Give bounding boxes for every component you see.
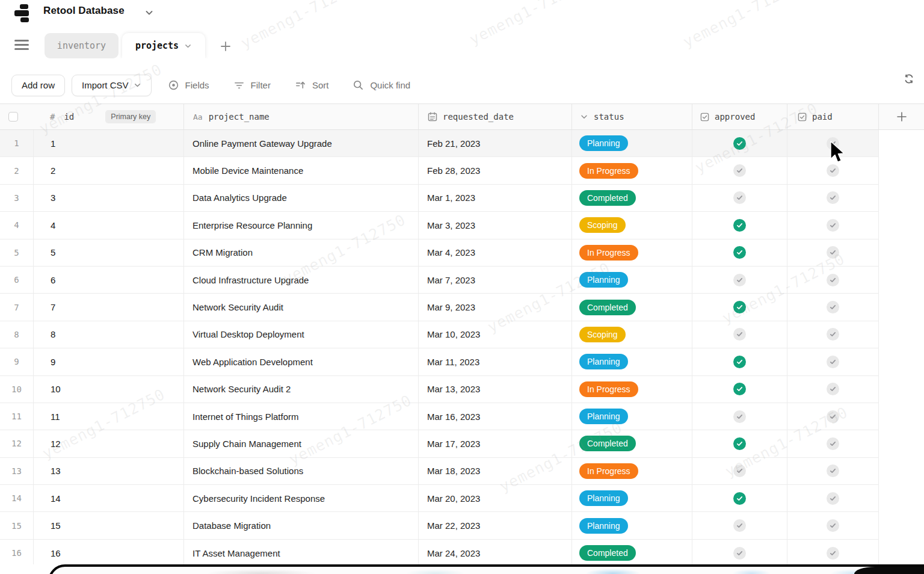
cell-paid[interactable] [787,348,878,375]
cell-approved[interactable] [692,267,787,294]
cell-paid[interactable] [787,512,878,539]
cell-approved[interactable] [692,239,787,267]
cell-status[interactable]: Planning [571,267,692,294]
cell-requested-date[interactable]: Mar 20, 2023 [418,485,571,512]
cell-requested-date[interactable]: Mar 17, 2023 [418,430,571,457]
cell-requested-date[interactable]: Mar 22, 2023 [418,512,571,539]
cell-requested-date[interactable]: Mar 16, 2023 [418,403,571,430]
cell-status[interactable]: Planning [571,130,692,157]
sort-button[interactable]: Sort [295,79,329,91]
paid-check-circle[interactable] [827,246,839,259]
approved-check-circle[interactable] [733,464,746,477]
tab-inventory[interactable]: inventory [45,33,119,58]
cell-paid[interactable] [787,430,878,457]
cell-id[interactable]: 1 [34,130,183,157]
cell-requested-date[interactable]: Mar 11, 2023 [418,348,571,375]
approved-check-circle[interactable] [733,137,746,150]
cell-id[interactable]: 5 [34,239,183,267]
cell-approved[interactable] [692,430,787,457]
cell-project-name[interactable]: Database Migration [183,512,418,539]
cell-approved[interactable] [692,348,787,375]
cell-paid[interactable] [787,239,878,267]
cell-requested-date[interactable]: Mar 7, 2023 [418,267,571,294]
add-tab-button[interactable] [218,39,233,54]
paid-check-circle[interactable] [827,356,839,368]
paid-check-circle[interactable] [827,219,839,232]
column-header-paid[interactable]: paid [787,104,878,129]
paid-check-circle[interactable] [827,410,839,423]
approved-check-circle[interactable] [733,191,746,204]
approved-check-circle[interactable] [733,246,746,259]
cell-status[interactable]: In Progress [571,458,692,485]
cell-id[interactable]: 6 [34,267,183,294]
cell-status[interactable]: Planning [571,485,692,512]
approved-check-circle[interactable] [733,164,746,177]
cell-paid[interactable] [787,485,878,512]
cell-requested-date[interactable]: Mar 10, 2023 [418,321,571,348]
approved-check-circle[interactable] [733,437,746,450]
paid-check-circle[interactable] [827,492,839,505]
menu-icon[interactable] [14,40,29,51]
cell-project-name[interactable]: Online Payment Gateway Upgrade [183,130,418,157]
cell-approved[interactable] [692,185,787,212]
cell-paid[interactable] [787,458,878,485]
approved-check-circle[interactable] [733,547,746,560]
cell-requested-date[interactable]: Mar 13, 2023 [418,376,571,403]
cell-approved[interactable] [692,294,787,321]
cell-project-name[interactable]: Network Security Audit [183,294,418,321]
cell-approved[interactable] [692,512,787,539]
select-all-checkbox[interactable] [8,112,18,122]
cell-approved[interactable] [692,157,787,184]
cell-approved[interactable] [692,376,787,403]
add-row-button[interactable]: Add row [11,75,65,96]
approved-check-circle[interactable] [733,519,746,532]
cell-id[interactable]: 2 [34,157,183,184]
cell-approved[interactable] [692,212,787,239]
cell-requested-date[interactable]: Feb 28, 2023 [418,157,571,184]
cell-paid[interactable] [787,185,878,212]
cell-project-name[interactable]: Supply Chain Management [183,430,418,457]
tab-chevron-down-icon[interactable] [184,42,192,50]
approved-check-circle[interactable] [733,328,746,341]
cell-id[interactable]: 8 [34,321,183,348]
paid-check-circle[interactable] [827,519,839,532]
cell-approved[interactable] [692,458,787,485]
cell-id[interactable]: 13 [34,458,183,485]
cell-id[interactable]: 16 [34,540,183,567]
column-header-approved[interactable]: approved [692,104,787,129]
cell-project-name[interactable]: Internet of Things Platform [183,403,418,430]
cell-project-name[interactable]: Blockchain-based Solutions [183,458,418,485]
cell-requested-date[interactable]: Mar 1, 2023 [418,185,571,212]
approved-check-circle[interactable] [733,383,746,395]
cell-paid[interactable] [787,403,878,430]
cell-paid[interactable] [787,212,878,239]
cell-approved[interactable] [692,403,787,430]
cell-id[interactable]: 15 [34,512,183,539]
cell-approved[interactable] [692,321,787,348]
cell-project-name[interactable]: Network Security Audit 2 [183,376,418,403]
cell-paid[interactable] [787,267,878,294]
cell-requested-date[interactable]: Feb 21, 2023 [418,130,571,157]
approved-check-circle[interactable] [733,410,746,423]
cell-project-name[interactable]: Virtual Desktop Deployment [183,321,418,348]
cell-requested-date[interactable]: Mar 24, 2023 [418,540,571,567]
cell-status[interactable]: Planning [571,512,692,539]
paid-check-circle[interactable] [827,464,839,477]
cell-status[interactable]: In Progress [571,376,692,403]
refresh-button[interactable] [902,72,917,87]
cell-project-name[interactable]: Cybersecurity Incident Response [183,485,418,512]
paid-check-circle[interactable] [827,191,839,204]
paid-check-circle[interactable] [827,547,839,560]
cell-id[interactable]: 10 [34,376,183,403]
paid-check-circle[interactable] [827,328,839,341]
paid-check-circle[interactable] [827,383,839,395]
column-header-id[interactable]: # id Primary key [0,104,183,129]
import-csv-button[interactable]: Import CSV [72,75,152,96]
cell-approved[interactable] [692,540,787,567]
cell-requested-date[interactable]: Mar 9, 2023 [418,294,571,321]
quick-find-button[interactable]: Quick find [353,79,410,91]
approved-check-circle[interactable] [733,492,746,505]
add-column-button[interactable] [878,104,924,129]
cell-requested-date[interactable]: Mar 18, 2023 [418,458,571,485]
approved-check-circle[interactable] [733,274,746,286]
